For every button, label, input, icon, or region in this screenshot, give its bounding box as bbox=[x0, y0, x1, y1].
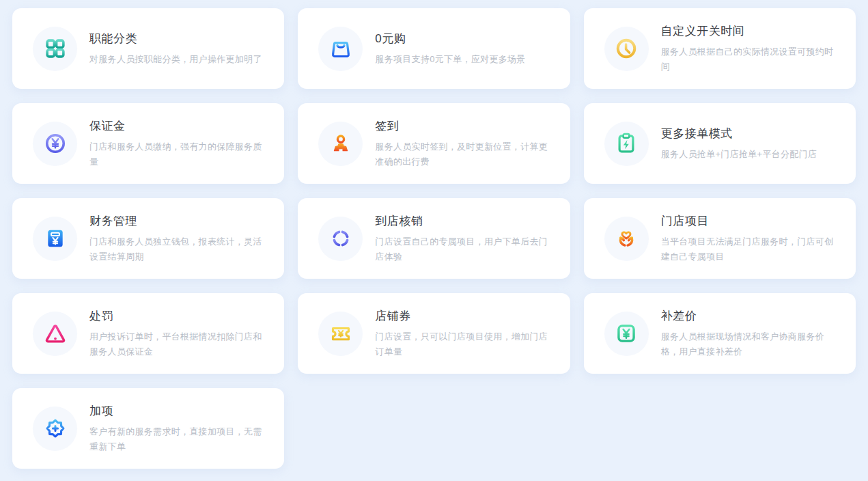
card-desc: 对服务人员按职能分类，用户操作更加明了 bbox=[89, 52, 262, 66]
icon-circle bbox=[604, 312, 649, 356]
feature-card-add-item: 加项 客户有新的服务需求时，直接加项目，无需重新下单 bbox=[12, 388, 284, 469]
feature-card-price-difference: 补差价 服务人员根据现场情况和客户协商服务价格，用户直接补差价 bbox=[584, 293, 856, 374]
feature-grid: 职能分类 对服务人员按职能分类，用户操作更加明了 0元购 服务项目支持0元下单，… bbox=[0, 0, 868, 480]
feature-card-store-projects: 门店项目 当平台项目无法满足门店服务时，门店可创建自己专属项目 bbox=[584, 198, 856, 279]
card-title: 店铺券 bbox=[375, 308, 552, 324]
card-desc: 门店和服务人员缴纳，强有力的保障服务质量 bbox=[89, 139, 266, 168]
yuan-square-icon bbox=[613, 320, 639, 346]
card-desc: 门店设置自己的专属项目，用户下单后去门店体验 bbox=[375, 234, 552, 263]
card-title: 自定义开关时间 bbox=[661, 23, 838, 39]
grid-icon bbox=[42, 36, 68, 61]
card-desc: 服务人员实时签到，及时更新位置，计算更准确的出行费 bbox=[375, 139, 552, 168]
icon-circle bbox=[604, 217, 649, 261]
coin-yuan-icon bbox=[42, 130, 68, 156]
card-desc: 服务人员根据自己的实际情况设置可预约时间 bbox=[661, 44, 838, 73]
card-desc: 门店设置，只可以门店项目使用，增加门店订单量 bbox=[375, 329, 552, 358]
card-title: 补差价 bbox=[661, 308, 838, 324]
card-desc: 门店和服务人员独立钱包，报表统计，灵活设置结算周期 bbox=[89, 234, 266, 263]
icon-circle bbox=[33, 27, 77, 71]
card-desc: 当平台项目无法满足门店服务时，门店可创建自己专属项目 bbox=[661, 234, 838, 263]
card-desc: 服务人员根据现场情况和客户协商服务价格，用户直接补差价 bbox=[661, 329, 838, 358]
card-title: 签到 bbox=[375, 118, 552, 134]
feature-card-order-modes: 更多接单模式 服务人员抢单+门店抢单+平台分配门店 bbox=[584, 103, 856, 184]
icon-circle bbox=[604, 27, 649, 71]
icon-circle bbox=[33, 122, 77, 166]
clock-icon bbox=[613, 36, 639, 61]
feature-card-function-category: 职能分类 对服务人员按职能分类，用户操作更加明了 bbox=[12, 8, 284, 89]
icon-circle bbox=[33, 312, 77, 356]
card-title: 职能分类 bbox=[89, 31, 262, 46]
icon-circle bbox=[33, 217, 77, 261]
card-title: 到店核销 bbox=[375, 213, 552, 229]
card-title: 处罚 bbox=[89, 308, 266, 324]
feature-card-custom-schedule: 自定义开关时间 服务人员根据自己的实际情况设置可预约时间 bbox=[584, 8, 856, 89]
location-pin-icon bbox=[328, 130, 354, 156]
card-desc: 服务项目支持0元下单，应对更多场景 bbox=[375, 52, 525, 66]
card-title: 0元购 bbox=[375, 31, 525, 46]
clipboard-bolt-icon bbox=[613, 130, 639, 156]
scan-icon bbox=[328, 225, 354, 251]
feature-card-store-coupon: 店铺券 门店设置，只可以门店项目使用，增加门店订单量 bbox=[298, 293, 570, 374]
feature-card-check-in: 签到 服务人员实时签到，及时更新位置，计算更准确的出行费 bbox=[298, 103, 570, 184]
coupon-icon bbox=[328, 320, 354, 346]
warning-triangle-icon bbox=[42, 320, 68, 346]
feature-card-zero-yuan-purchase: 0元购 服务项目支持0元下单，应对更多场景 bbox=[298, 8, 570, 89]
icon-circle bbox=[33, 407, 77, 451]
icon-circle bbox=[318, 122, 363, 166]
icon-circle bbox=[604, 122, 649, 166]
shopping-bag-icon bbox=[328, 36, 354, 61]
feature-card-penalty: 处罚 用户投诉订单时，平台根据情况扣除门店和服务人员保证金 bbox=[12, 293, 284, 374]
feature-card-finance: 财务管理 门店和服务人员独立钱包，报表统计，灵活设置结算周期 bbox=[12, 198, 284, 279]
feature-card-deposit: 保证金 门店和服务人员缴纳，强有力的保障服务质量 bbox=[12, 103, 284, 184]
icon-circle bbox=[318, 312, 363, 356]
card-title: 更多接单模式 bbox=[661, 126, 817, 141]
icon-circle bbox=[318, 217, 363, 261]
atm-icon bbox=[42, 225, 68, 251]
card-title: 加项 bbox=[89, 403, 266, 419]
card-desc: 用户投诉订单时，平台根据情况扣除门店和服务人员保证金 bbox=[89, 329, 266, 358]
card-title: 门店项目 bbox=[661, 213, 838, 229]
card-desc: 客户有新的服务需求时，直接加项目，无需重新下单 bbox=[89, 424, 266, 453]
icon-circle bbox=[318, 27, 363, 71]
hands-heart-icon bbox=[613, 225, 639, 251]
card-desc: 服务人员抢单+门店抢单+平台分配门店 bbox=[661, 147, 817, 161]
badge-plus-icon bbox=[42, 415, 68, 441]
card-title: 保证金 bbox=[89, 118, 266, 134]
feature-card-store-verification: 到店核销 门店设置自己的专属项目，用户下单后去门店体验 bbox=[298, 198, 570, 279]
card-title: 财务管理 bbox=[89, 213, 266, 229]
